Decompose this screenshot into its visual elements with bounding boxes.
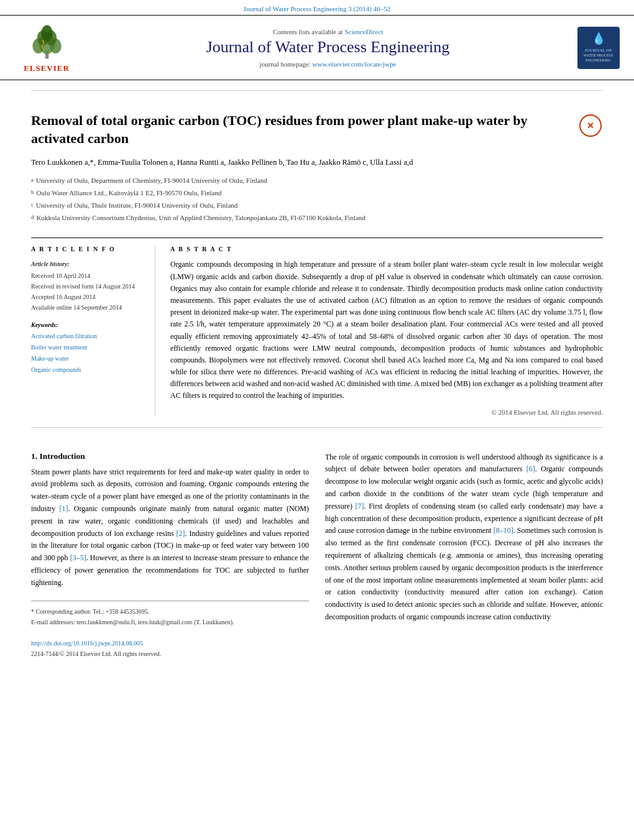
intro-heading: 1. Introduction — [31, 451, 309, 461]
keyword-1: Activated carbon filtration — [31, 331, 145, 342]
intro-left-col: 1. Introduction Steam power plants have … — [31, 451, 309, 659]
logo-text-line1: JOURNAL OF — [584, 48, 612, 53]
abstract-panel: A B S T R A C T Organic compounds decomp… — [170, 246, 603, 415]
affiliation-b: b Oulu Water Alliance Ltd., Kaitoväylä 1… — [31, 187, 570, 200]
intro-right-para-1: The role of organic compounds in corrosi… — [325, 451, 603, 624]
issn-line: 2214-7144/© 2014 Elsevier Ltd. All right… — [31, 648, 309, 659]
abstract-text: Organic compounds decomposing in high te… — [170, 259, 603, 402]
logo-text-line2: WATER PROCESS — [584, 53, 613, 58]
crossmark-badge-container: ✕ — [579, 114, 603, 137]
corresponding-author-note: * Corresponding author. Tel.: +358 44535… — [31, 606, 309, 617]
keyword-3: Make-up water — [31, 353, 145, 364]
homepage-url[interactable]: www.elsevier.com/locate/jwpe — [313, 60, 397, 68]
article-title: Removal of total organic carbon (TOC) re… — [31, 112, 570, 147]
affiliation-d: d Kokkola University Consortium Chydeniu… — [31, 212, 570, 224]
journal-header-center: Contents lists available at ScienceDirec… — [93, 28, 563, 68]
copyright-line: © 2014 Elsevier Ltd. All rights reserved… — [170, 408, 603, 416]
elsevier-tree-icon — [27, 22, 67, 62]
journal-logo-right: 💧 JOURNAL OF WATER PROCESS ENGINEERING — [575, 27, 622, 69]
footnote-area: * Corresponding author. Tel.: +358 44535… — [31, 601, 309, 659]
authors: Tero Luukkonen a,*, Emma-Tuulia Tolonen … — [31, 156, 570, 168]
contents-available-text: Contents lists available at ScienceDirec… — [93, 28, 563, 35]
intro-right-col: The role of organic compounds in corrosi… — [325, 451, 603, 659]
crossmark-icon: ✕ — [579, 114, 602, 137]
journal-title-header: Journal of Water Process Engineering — [93, 38, 563, 57]
elsevier-label: ELSEVIER — [24, 63, 70, 73]
wpe-logo-box: 💧 JOURNAL OF WATER PROCESS ENGINEERING — [577, 27, 620, 69]
sciencedirect-link[interactable]: ScienceDirect — [344, 28, 383, 35]
elsevier-logo: ELSEVIER — [12, 22, 81, 73]
affiliation-a: a University of Oulu, Department of Chem… — [31, 175, 570, 187]
email-note: E-mail addresses: tero.luukkmen@oulu.fi,… — [31, 617, 309, 627]
keyword-4: Organic compounds — [31, 364, 145, 376]
article-info-label: A R T I C L E I N F O — [31, 246, 145, 252]
affiliations: a University of Oulu, Department of Chem… — [31, 175, 570, 224]
abstract-label: A B S T R A C T — [170, 246, 603, 252]
article-history: Article history: Received 10 April 2014 … — [31, 259, 145, 313]
keywords-section: Keywords: Activated carbon filtration Bo… — [31, 321, 145, 376]
journal-citation: Journal of Water Process Engineering 3 (… — [244, 5, 390, 12]
journal-homepage: journal homepage: www.elsevier.com/locat… — [93, 60, 563, 68]
article-info-panel: A R T I C L E I N F O Article history: R… — [31, 246, 155, 415]
doi-link[interactable]: http://dx.doi.org/10.1016/j.jwpe.2014.08… — [31, 638, 309, 648]
water-drop-icon: 💧 — [592, 32, 605, 46]
logo-text-line3: ENGINEERING — [586, 58, 611, 63]
intro-para-1: Steam power plants have strict requireme… — [31, 466, 309, 589]
keyword-2: Boiler water treatment — [31, 342, 145, 353]
svg-point-6 — [41, 25, 53, 42]
affiliation-c: c University of Oulu, Thule Institute, F… — [31, 200, 570, 212]
body-content: 1. Introduction Steam power plants have … — [31, 439, 603, 672]
